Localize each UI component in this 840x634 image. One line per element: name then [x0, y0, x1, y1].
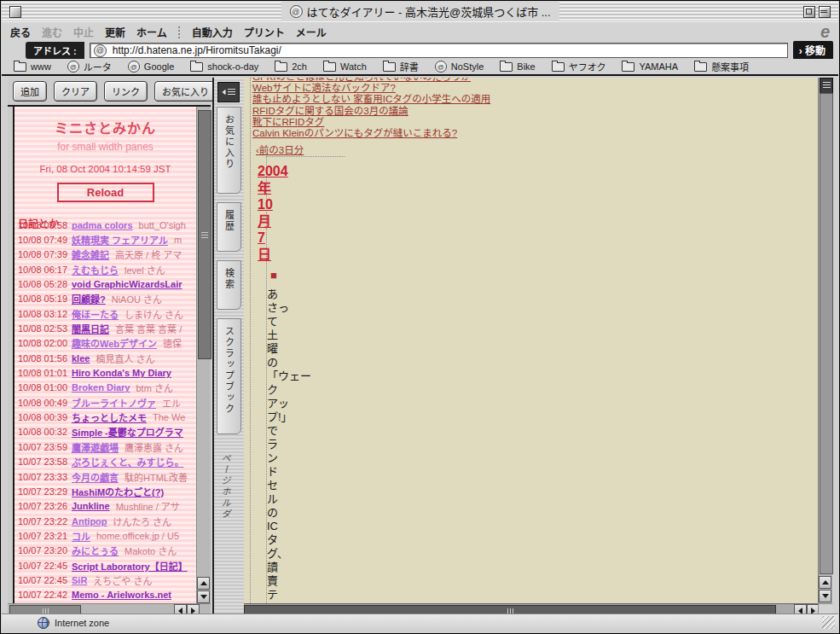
main-vscroll-thumb[interactable]: [820, 93, 833, 574]
sidebar-button-2[interactable]: クリア: [54, 81, 97, 102]
main-scroll-up-icon[interactable]: [819, 576, 831, 589]
entry-link[interactable]: ぷろじぇくと、みすじら。: [72, 455, 184, 468]
favorites-item-label: Watch: [340, 61, 367, 72]
entry-link[interactable]: ブルーライトノヴァ: [72, 396, 156, 410]
entry-time: 10/08 06:17: [18, 265, 72, 275]
favorites-item[interactable]: www: [14, 61, 51, 72]
article-char-line: アッ: [267, 397, 313, 410]
entry-link[interactable]: klee: [72, 353, 90, 364]
entry-link[interactable]: 俺ほーたる: [72, 307, 119, 321]
previous-days-link[interactable]: ‹前の3日分: [256, 143, 304, 156]
recent-entry-link[interactable]: 誰も止めようとしない 家畜用ICタグの小学生への適用: [252, 94, 490, 105]
diary-entry-row: 10/07 23:22Antipopけんたろ さん: [14, 514, 196, 528]
entry-link[interactable]: Hiro Konda's My Diary: [72, 368, 171, 378]
sidebar-vertical-scrollbar[interactable]: [196, 107, 211, 603]
address-input[interactable]: [111, 44, 784, 57]
entry-link[interactable]: 今月の戯言: [72, 470, 119, 484]
explorer-tab-1[interactable]: お気に入り: [217, 107, 241, 194]
favorites-item[interactable]: Google: [128, 61, 174, 73]
address-field[interactable]: [90, 43, 788, 58]
entry-link[interactable]: SiR: [72, 575, 87, 585]
sidebar-scroll-up-icon[interactable]: [197, 577, 210, 590]
entry-link[interactable]: 鷹澤遊戯場: [72, 440, 119, 454]
favorites-item[interactable]: shock-o-day: [190, 61, 258, 72]
entry-link[interactable]: コル: [72, 529, 90, 543]
title-bar[interactable]: はてなダイアリー - 高木浩光@茨城県つくば市 ...: [2, 2, 838, 22]
main-scroll-down-icon[interactable]: [819, 590, 831, 602]
article-char-line: で: [267, 424, 313, 438]
favorites-item[interactable]: 辞書: [383, 60, 419, 73]
entry-time: 10/08 01:01: [18, 368, 72, 378]
sidebar-vscroll-thumb[interactable]: [198, 110, 211, 359]
entry-link[interactable]: 妖精現実 フェアリアル: [72, 233, 168, 247]
folder-icon: [190, 62, 203, 72]
entry-link[interactable]: padma colors: [72, 220, 133, 230]
recent-entry-link[interactable]: Calvin Kleinのパンツにもタグが縫いこまれる?: [252, 128, 490, 139]
favorites-item-label: NoStyle: [451, 61, 484, 72]
entry-link[interactable]: Memo - Arielworks.net: [72, 590, 171, 600]
widget-title: ミニさとみかん: [14, 117, 196, 137]
favorites-item[interactable]: ルータ: [67, 60, 112, 73]
toolbar-button-7[interactable]: プリント: [244, 25, 285, 39]
diary-entry-row: 10/08 00:32Simple -憂鬱なプログラマ: [14, 425, 196, 439]
recent-entry-link[interactable]: Webサイトに適法なバックドア?: [252, 83, 490, 94]
entry-link[interactable]: えむもじら: [72, 263, 119, 276]
resize-grip[interactable]: [822, 616, 835, 629]
close-box-icon[interactable]: [9, 6, 21, 18]
sidebar-button-3[interactable]: リンク: [104, 81, 148, 102]
toolbar-button-6[interactable]: 自動入力: [192, 25, 233, 39]
diary-entry-row: 10/07 22:45Script Laboratory【日記】: [14, 558, 196, 573]
entry-link[interactable]: ちょっとしたメモ: [72, 410, 147, 424]
main-vertical-scrollbar[interactable]: [818, 78, 832, 603]
favorites-item[interactable]: 2ch: [275, 61, 307, 72]
diary-entry-row: 10/08 05:28void GraphicWizardsLair: [14, 276, 196, 291]
recent-entry-link[interactable]: RFIDタグに関する国会の3月の議論: [252, 106, 490, 117]
entry-link[interactable]: Script Laboratory【日記】: [72, 559, 188, 573]
toolbar-button-1[interactable]: 戻る: [10, 25, 31, 39]
favorites-item-label: ヤフオク: [569, 60, 606, 73]
sidebar-button-1[interactable]: 追加: [13, 81, 47, 102]
section-anchor-link[interactable]: ■: [270, 270, 277, 281]
diary-entry-row: 10/07 23:33今月の戯言駄的HTML改善: [14, 469, 196, 484]
entry-note: けんたろ さん: [113, 515, 171, 528]
entry-link[interactable]: 雑念雑記: [72, 247, 109, 261]
entry-link[interactable]: 趣味のWebデザイン: [72, 336, 157, 350]
collapse-panel-button[interactable]: [217, 82, 240, 102]
entry-link[interactable]: Simple -憂鬱なプログラマ: [72, 425, 183, 439]
sidebar-scroll-down-icon[interactable]: [197, 590, 210, 603]
entry-link[interactable]: HashiMのたわごと(?): [72, 485, 164, 498]
explorer-tab-5[interactable]: ページホルダ: [218, 453, 232, 555]
explorer-tab-3[interactable]: 検索: [217, 260, 241, 310]
favorites-item[interactable]: NoStyle: [435, 61, 484, 73]
collapse-box-icon[interactable]: [819, 6, 831, 18]
diary-entry-row: 10/07 23:26JunklineMushline / アサ: [14, 499, 196, 514]
entry-link[interactable]: Junkline: [72, 501, 110, 511]
diary-entry-row: 10/08 06:17えむもじらlevel さん: [14, 262, 196, 276]
recent-entry-link[interactable]: 靴下にRFIDタグ: [252, 117, 490, 128]
date-link[interactable]: 2004年10月7日: [258, 163, 297, 263]
favorites-item[interactable]: ヤフオク: [552, 60, 606, 73]
favorites-item[interactable]: Bike: [500, 61, 535, 72]
entry-link[interactable]: Broken Diary: [72, 382, 130, 393]
reload-button[interactable]: Reload: [57, 183, 154, 202]
explorer-tab-4[interactable]: スクラップブック: [217, 318, 241, 434]
article-char-line: ン: [267, 451, 313, 465]
entry-link[interactable]: みにとぅる: [72, 544, 119, 557]
toolbar-button-5[interactable]: ホーム: [136, 25, 167, 39]
favorites-item[interactable]: 懸案事項: [694, 60, 749, 73]
entry-link[interactable]: Antipop: [72, 516, 107, 526]
toolbar-button-8[interactable]: メール: [296, 25, 327, 39]
zoom-box-icon[interactable]: [803, 6, 815, 18]
explorer-tab-2[interactable]: 履歴: [217, 202, 241, 252]
scrollbar-top-button[interactable]: [820, 78, 833, 94]
go-button[interactable]: 移動: [793, 41, 833, 60]
entry-link[interactable]: 回顧録?: [72, 292, 106, 305]
entry-link[interactable]: void GraphicWizardsLair: [72, 279, 182, 289]
favorites-item[interactable]: YAMAHA: [622, 61, 678, 72]
toolbar-button-4[interactable]: 更新: [105, 25, 125, 39]
favorites-item[interactable]: Watch: [323, 61, 367, 72]
entry-time: 10/07 22:42: [18, 590, 72, 600]
entry-time: 10/08 00:49: [18, 398, 72, 408]
entry-link[interactable]: 闇黒日記: [72, 322, 109, 335]
entry-note: m: [174, 235, 182, 245]
